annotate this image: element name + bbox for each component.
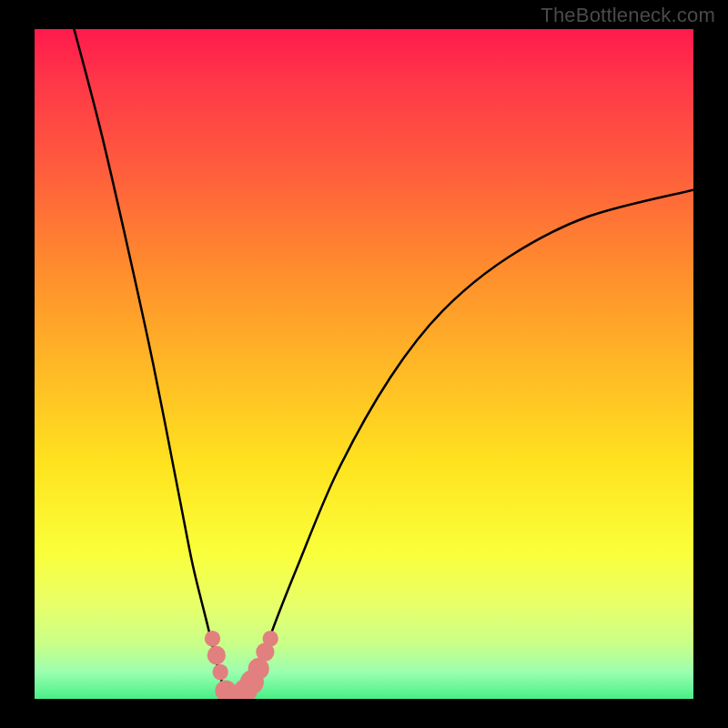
highlight-dots <box>205 631 278 699</box>
highlight-dot <box>212 664 228 681</box>
curve-layer <box>35 29 693 699</box>
bottleneck-curve <box>74 29 693 699</box>
chart-frame: TheBottleneck.com <box>0 0 728 728</box>
highlight-dot <box>263 631 278 647</box>
watermark-text: TheBottleneck.com <box>541 4 715 27</box>
highlight-dot <box>207 646 226 665</box>
plot-area <box>35 29 693 699</box>
highlight-dot <box>205 631 220 647</box>
